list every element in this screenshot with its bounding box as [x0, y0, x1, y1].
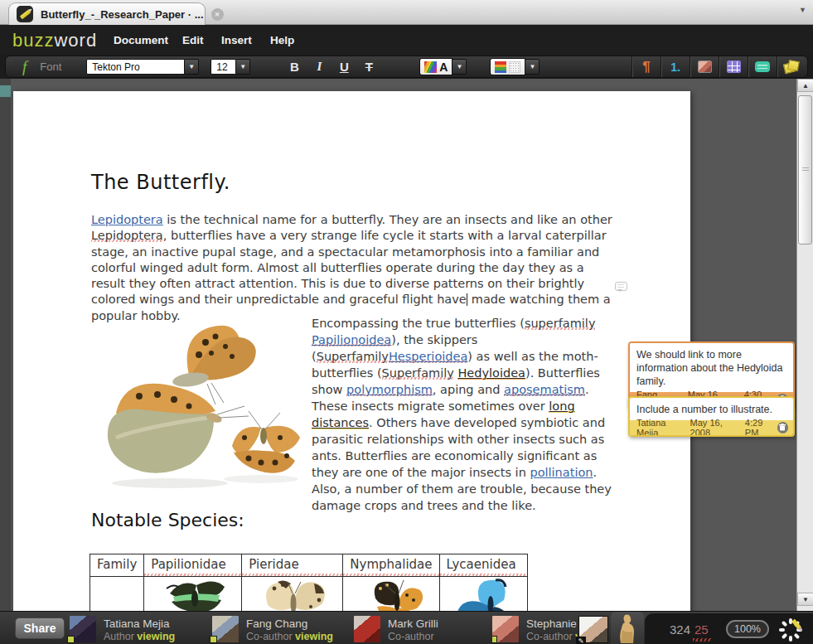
left-gutter [0, 79, 11, 611]
butterflies-photo[interactable] [91, 313, 308, 494]
formatting-toolbar: f Font Tekton Pro ▼ 12 ▼ B I U T A ▼ ▼ [0, 55, 813, 79]
doc-heading-notable-species: Notable Species: [91, 510, 244, 530]
underline-button[interactable]: U [331, 60, 356, 74]
pilcrow-button[interactable]: ¶ [632, 56, 661, 77]
presence-user[interactable]: Stephanie M Co-author vi [492, 614, 578, 644]
butterfly-cream-photo [242, 577, 343, 612]
comment-author: Tatiana Mejia [636, 418, 688, 438]
font-family-select[interactable]: Tekton Pro ▼ [86, 59, 199, 75]
user-status: viewing [137, 631, 175, 642]
menu-bar: buzzword Document Edit Insert Help [0, 25, 813, 55]
avatar[interactable]: ✎ [578, 616, 608, 643]
anonymous-user-tile[interactable] [611, 612, 644, 644]
highlight-color-button[interactable]: ▼ [490, 58, 540, 75]
word-count: 324 [670, 622, 690, 637]
numbered-list-button[interactable]: 1. [661, 56, 690, 77]
user-name: Fang Chang [246, 617, 307, 630]
font-size-dropdown-icon[interactable]: ▼ [236, 59, 250, 75]
user-name: Stephanie M [526, 617, 578, 630]
editing-pencil-icon: ✎ [576, 637, 586, 644]
gutter-marker[interactable] [0, 85, 11, 97]
comment-card[interactable]: Include a number to illustrate. Tatiana … [628, 396, 795, 437]
viewing-indicator [210, 636, 217, 643]
comment-icon [755, 61, 770, 72]
font-size-value[interactable]: 12 [211, 59, 236, 75]
tab-close-icon[interactable]: × [211, 8, 224, 21]
font-color-dropdown-icon[interactable]: ▼ [452, 59, 467, 75]
status-bar: Share Tatiana Mejia Author viewing Fang … [0, 611, 813, 644]
buzzword-logo: buzzword [12, 30, 97, 51]
menu-document[interactable]: Document [114, 34, 168, 46]
doc-paragraph-2[interactable]: Encompassing the true butterflies (super… [312, 315, 612, 514]
viewing-indicator [67, 636, 75, 643]
numbered-list-icon: 1. [670, 61, 680, 74]
doc-heading-the-butterfly: The Butterfly. [91, 171, 230, 194]
pencil-document-icon [17, 6, 33, 22]
butterfly-green-photo [144, 577, 242, 612]
zoom-level[interactable]: 100% [726, 620, 769, 638]
viewing-indicator [492, 636, 497, 643]
comment-button[interactable] [748, 56, 777, 77]
insert-image-button[interactable] [690, 56, 719, 77]
scrollbar-thumb[interactable] [798, 95, 812, 245]
menu-insert[interactable]: Insert [221, 34, 252, 46]
scroll-up-icon[interactable]: ▲ [797, 79, 813, 92]
col-pieridae: Pieridae [242, 554, 343, 577]
highlight-swatch-icon [495, 61, 506, 73]
highlight-dropdown-icon[interactable]: ▼ [525, 59, 540, 75]
empty-cell [90, 577, 144, 612]
font-section-icon: f [22, 58, 27, 76]
col-family: Family [90, 554, 144, 577]
sticky-notes-button[interactable] [777, 56, 806, 77]
font-label: Font [40, 61, 61, 73]
menu-edit[interactable]: Edit [182, 34, 204, 46]
user-name: Mark Grilli [388, 617, 438, 630]
comment-time: 4:29 PM [745, 418, 777, 438]
bold-button[interactable]: B [282, 60, 307, 74]
insert-image-icon [698, 61, 712, 73]
species-table[interactable]: Family Papilionidae Pieridae Nymphalidae… [90, 554, 528, 611]
buzzword-app-window: Butterfly_-_Research_Paper · ... × ▼ buz… [0, 0, 813, 644]
insert-table-button[interactable] [719, 56, 748, 77]
comment-text: We should link to more information about… [630, 343, 793, 392]
statue-avatar [611, 612, 644, 644]
species-table-image-row [90, 577, 528, 612]
font-family-dropdown-icon[interactable]: ▼ [185, 59, 199, 75]
scroll-down-icon[interactable]: ▼ [797, 593, 813, 606]
user-role: Author [104, 631, 134, 642]
user-name: Tatiana Mejia [104, 617, 170, 630]
collapsed-comment-icon[interactable] [615, 282, 627, 291]
user-role: Co-author [388, 631, 434, 642]
user-role: Co-author [246, 631, 293, 642]
butterfly-orange-photo [343, 577, 439, 612]
italic-button[interactable]: I [307, 60, 331, 74]
col-nymphalidae: Nymphalidae [343, 554, 439, 577]
document-tab[interactable]: Butterfly_-_Research_Paper · ... × [8, 2, 206, 25]
user-status: viewing [295, 631, 333, 642]
species-table-header-row: Family Papilionidae Pieridae Nymphalidae… [90, 554, 528, 577]
document-workspace: The Butterfly. Lepidoptera is the techni… [0, 79, 813, 611]
menu-help[interactable]: Help [270, 34, 294, 46]
vertical-scrollbar[interactable]: ▲ ▼ [796, 79, 813, 611]
tab-list-dropdown-icon[interactable]: ▼ [799, 6, 806, 14]
col-papilionidae: Papilionidae [144, 554, 242, 577]
document-stats-panel: 324 25 100% [645, 613, 813, 644]
font-color-swatch-icon [424, 61, 437, 73]
flagged-count: 25 [694, 622, 709, 637]
share-button[interactable]: Share [15, 617, 65, 639]
font-family-value[interactable]: Tekton Pro [86, 59, 185, 75]
user-role: Co-author [526, 631, 573, 642]
browser-tab-bar: Butterfly_-_Research_Paper · ... × ▼ [0, 0, 813, 25]
pilcrow-icon: ¶ [642, 59, 650, 75]
doc-paragraph-1[interactable]: Lepidoptera is the technical name for a … [91, 212, 615, 324]
comment-date: May 16, 2008 [690, 418, 743, 438]
strikethrough-button[interactable]: T [356, 60, 381, 74]
document-page[interactable]: The Butterfly. Lepidoptera is the techni… [13, 91, 690, 611]
delete-comment-icon[interactable] [777, 422, 788, 433]
avatar [354, 616, 380, 642]
font-color-button[interactable]: A ▼ [419, 58, 467, 75]
tab-title: Butterfly_-_Research_Paper · ... [41, 8, 204, 21]
butterfly-blue-photo [439, 577, 527, 612]
col-lycaenidea: Lycaenidea [439, 554, 527, 577]
font-size-select[interactable]: 12 ▼ [211, 59, 250, 75]
